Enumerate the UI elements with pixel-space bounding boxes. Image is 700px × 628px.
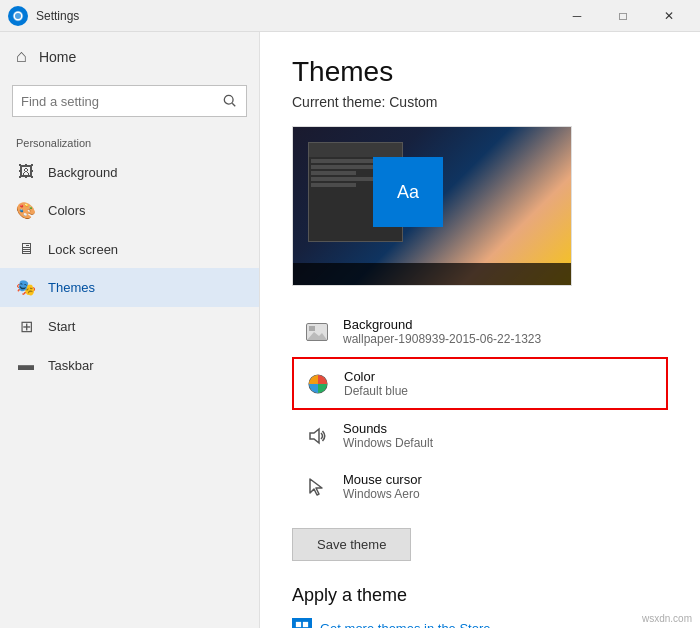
background-setting-icon <box>305 320 329 344</box>
sidebar-item-taskbar[interactable]: ▬ Taskbar <box>0 346 259 384</box>
themes-icon: 🎭 <box>16 278 36 297</box>
theme-preview: Aa <box>292 126 572 286</box>
page-title: Themes <box>292 56 668 88</box>
svg-rect-10 <box>296 622 301 627</box>
svg-line-2 <box>232 103 235 106</box>
search-input[interactable] <box>13 94 214 109</box>
svg-rect-11 <box>303 622 308 627</box>
current-theme-label: Current theme: Custom <box>292 94 668 110</box>
preview-titlebar <box>309 143 402 157</box>
sidebar-item-themes[interactable]: 🎭 Themes <box>0 268 259 307</box>
home-label: Home <box>39 49 76 65</box>
setting-cursor[interactable]: Mouse cursor Windows Aero <box>292 461 668 512</box>
watermark: wsxdn.com <box>642 613 692 624</box>
background-setting-text: Background wallpaper-1908939-2015-06-22-… <box>343 317 541 346</box>
color-setting-icon <box>306 372 330 396</box>
sidebar-item-start[interactable]: ⊞ Start <box>0 307 259 346</box>
sidebar-item-colors[interactable]: 🎨 Colors <box>0 191 259 230</box>
cursor-setting-icon <box>305 475 329 499</box>
setting-background[interactable]: Background wallpaper-1908939-2015-06-22-… <box>292 306 668 357</box>
sidebar-item-label: Background <box>48 165 117 180</box>
window-title: Settings <box>36 9 554 23</box>
svg-point-1 <box>224 95 233 104</box>
colors-icon: 🎨 <box>16 201 36 220</box>
sidebar-item-home[interactable]: ⌂ Home <box>0 32 259 81</box>
app-icon <box>8 6 28 26</box>
cursor-setting-value: Windows Aero <box>343 487 422 501</box>
sidebar-item-label: Colors <box>48 203 86 218</box>
store-icon <box>292 618 312 628</box>
preview-line <box>311 171 356 175</box>
svg-marker-8 <box>310 429 319 443</box>
apply-theme-title: Apply a theme <box>292 585 668 606</box>
sounds-setting-value: Windows Default <box>343 436 433 450</box>
search-box <box>12 85 247 117</box>
background-icon: 🖼 <box>16 163 36 181</box>
sidebar-item-label: Themes <box>48 280 95 295</box>
preview-taskbar <box>293 263 571 285</box>
sidebar-item-background[interactable]: 🖼 Background <box>0 153 259 191</box>
start-icon: ⊞ <box>16 317 36 336</box>
preview-line <box>311 177 382 181</box>
search-icon <box>223 94 237 108</box>
cursor-setting-name: Mouse cursor <box>343 472 422 487</box>
preview-line <box>311 165 382 169</box>
setting-color[interactable]: Color Default blue <box>292 357 668 410</box>
sidebar-item-label: Start <box>48 319 75 334</box>
lockscreen-icon: 🖥 <box>16 240 36 258</box>
sidebar: ⌂ Home Personalization 🖼 Background 🎨 Co… <box>0 32 260 628</box>
store-link-label: Get more themes in the Store <box>320 621 491 629</box>
store-link[interactable]: Get more themes in the Store <box>292 618 668 628</box>
color-setting-name: Color <box>344 369 408 384</box>
svg-marker-9 <box>310 479 322 495</box>
save-theme-button[interactable]: Save theme <box>292 528 411 561</box>
color-setting-text: Color Default blue <box>344 369 408 398</box>
window-controls: ─ □ ✕ <box>554 0 692 32</box>
setting-sounds[interactable]: Sounds Windows Default <box>292 410 668 461</box>
main-content: Themes Current theme: Custom Aa <box>260 32 700 628</box>
sidebar-item-lockscreen[interactable]: 🖥 Lock screen <box>0 230 259 268</box>
preview-color-sample: Aa <box>373 157 443 227</box>
sounds-setting-name: Sounds <box>343 421 433 436</box>
background-setting-name: Background <box>343 317 541 332</box>
sounds-setting-icon <box>305 424 329 448</box>
preview-line <box>311 183 356 187</box>
color-setting-value: Default blue <box>344 384 408 398</box>
search-button[interactable] <box>214 85 246 117</box>
svg-rect-5 <box>309 326 315 331</box>
home-icon: ⌂ <box>16 46 27 67</box>
minimize-button[interactable]: ─ <box>554 0 600 32</box>
taskbar-icon: ▬ <box>16 356 36 374</box>
titlebar: Settings ─ □ ✕ <box>0 0 700 32</box>
preview-line <box>311 159 382 163</box>
app-body: ⌂ Home Personalization 🖼 Background 🎨 Co… <box>0 32 700 628</box>
theme-settings-list: Background wallpaper-1908939-2015-06-22-… <box>292 306 668 512</box>
sidebar-section-label: Personalization <box>0 129 259 153</box>
close-button[interactable]: ✕ <box>646 0 692 32</box>
sidebar-item-label: Lock screen <box>48 242 118 257</box>
sounds-setting-text: Sounds Windows Default <box>343 421 433 450</box>
background-setting-value: wallpaper-1908939-2015-06-22-1323 <box>343 332 541 346</box>
sidebar-item-label: Taskbar <box>48 358 94 373</box>
cursor-setting-text: Mouse cursor Windows Aero <box>343 472 422 501</box>
maximize-button[interactable]: □ <box>600 0 646 32</box>
